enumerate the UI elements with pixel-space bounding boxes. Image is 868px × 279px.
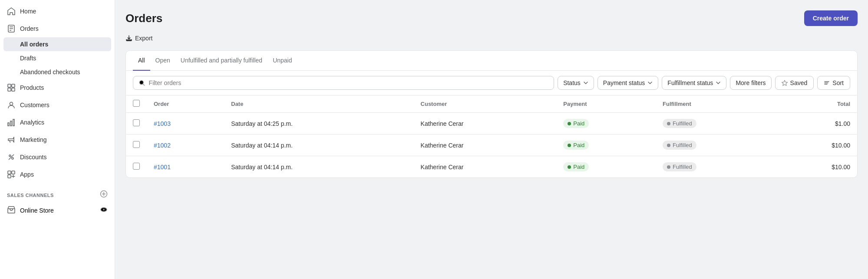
sidebar-item-analytics[interactable]: Analytics <box>0 114 115 131</box>
sort-button[interactable]: Sort <box>817 76 850 90</box>
svg-marker-26 <box>782 80 787 85</box>
search-input[interactable] <box>149 79 549 86</box>
analytics-icon <box>7 118 16 127</box>
search-container <box>133 76 554 90</box>
row-customer: Katherine Cerar <box>414 135 557 156</box>
col-order: Order <box>147 95 224 113</box>
export-button[interactable]: Export <box>125 33 152 43</box>
row-date: Saturday at 04:25 p.m. <box>224 113 413 135</box>
orders-icon <box>7 24 16 33</box>
row-customer: Katherine Cerar <box>414 156 557 178</box>
svg-rect-16 <box>12 171 15 174</box>
fulfillment-status-filter-button[interactable]: Fulfillment status <box>662 76 726 90</box>
row-fulfillment: Fulfilled <box>656 113 776 135</box>
orders-tabs: All Open Unfulfilled and partially fulfi… <box>126 51 857 71</box>
row-payment: Paid <box>556 156 656 178</box>
svg-line-25 <box>143 84 144 85</box>
chevron-down-icon-3 <box>716 80 721 85</box>
svg-rect-17 <box>8 175 11 178</box>
sidebar-item-products[interactable]: Products <box>0 79 115 96</box>
chevron-down-icon <box>583 80 588 85</box>
svg-point-13 <box>12 158 13 159</box>
col-payment: Payment <box>556 95 656 113</box>
order-link[interactable]: #1003 <box>154 120 171 127</box>
tab-all[interactable]: All <box>133 51 150 71</box>
row-total: $10.00 <box>776 156 857 178</box>
row-date: Saturday at 04:14 p.m. <box>224 156 413 178</box>
sidebar-item-marketing[interactable]: Marketing <box>0 131 115 148</box>
select-all-checkbox[interactable] <box>133 100 140 107</box>
svg-rect-11 <box>13 119 14 126</box>
sidebar-item-home-label: Home <box>20 8 36 15</box>
svg-point-8 <box>10 102 13 105</box>
row-payment: Paid <box>556 135 656 156</box>
col-total: Total <box>776 95 857 113</box>
order-link[interactable]: #1001 <box>154 164 171 171</box>
sidebar-item-customers[interactable]: Customers <box>0 96 115 114</box>
tab-unfulfilled[interactable]: Unfulfilled and partially fulfilled <box>175 51 267 71</box>
svg-point-12 <box>9 155 11 157</box>
apps-icon <box>7 170 16 179</box>
svg-rect-9 <box>8 123 9 126</box>
sidebar-item-marketing-label: Marketing <box>20 136 46 143</box>
row-customer: Katherine Cerar <box>414 113 557 135</box>
sidebar-sub-item-drafts[interactable]: Drafts <box>0 51 115 65</box>
sidebar-sub-item-all-orders[interactable]: All orders <box>3 37 111 51</box>
row-fulfillment: Fulfilled <box>656 156 776 178</box>
svg-rect-6 <box>8 88 11 91</box>
sidebar-sub-item-abandoned-checkouts[interactable]: Abandoned checkouts <box>0 65 115 79</box>
row-checkbox-cell <box>126 135 147 156</box>
col-customer: Customer <box>414 95 557 113</box>
filters-row: Status Payment status Fulfillment status… <box>126 71 857 95</box>
orders-card: All Open Unfulfilled and partially fulfi… <box>125 50 858 178</box>
eye-icon[interactable] <box>100 206 108 215</box>
sales-channels-header: SALES CHANNELS <box>0 186 115 202</box>
row-order: #1003 <box>147 113 224 135</box>
row-checkbox[interactable] <box>133 141 140 148</box>
row-fulfillment: Fulfilled <box>656 135 776 156</box>
sidebar-item-apps[interactable]: Apps <box>0 166 115 183</box>
page-title: Orders <box>125 12 162 25</box>
saved-button[interactable]: Saved <box>775 76 814 90</box>
row-checkbox[interactable] <box>133 163 140 170</box>
sidebar: Home Orders All orders Drafts Abandoned … <box>0 0 115 279</box>
saved-label: Saved <box>790 79 808 86</box>
customers-icon <box>7 101 16 109</box>
add-channel-icon[interactable] <box>100 190 108 200</box>
svg-rect-10 <box>10 121 12 126</box>
sidebar-item-apps-label: Apps <box>20 171 34 178</box>
sidebar-item-discounts[interactable]: Discounts <box>0 148 115 166</box>
select-all-th <box>126 95 147 113</box>
store-icon <box>7 205 16 215</box>
row-total: $1.00 <box>776 113 857 135</box>
svg-rect-7 <box>12 88 15 91</box>
create-order-button[interactable]: Create order <box>804 10 858 26</box>
table-row: #1002 Saturday at 04:14 p.m. Katherine C… <box>126 135 857 156</box>
sidebar-item-home[interactable]: Home <box>0 3 115 20</box>
svg-rect-5 <box>12 84 15 87</box>
status-filter-button[interactable]: Status <box>558 76 594 90</box>
row-date: Saturday at 04:14 p.m. <box>224 135 413 156</box>
sidebar-channel-online-store[interactable]: Online Store <box>0 202 115 219</box>
sidebar-item-products-label: Products <box>20 84 44 91</box>
order-link[interactable]: #1002 <box>154 142 171 149</box>
tab-open[interactable]: Open <box>150 51 175 71</box>
main-content: Orders Create order Export All Open Unfu… <box>115 0 868 279</box>
online-store-label: Online Store <box>20 207 54 214</box>
sidebar-item-customers-label: Customers <box>20 102 50 108</box>
row-payment: Paid <box>556 113 656 135</box>
home-icon <box>7 7 16 16</box>
products-icon <box>7 83 16 92</box>
sidebar-item-orders[interactable]: Orders <box>0 20 115 37</box>
status-filter-label: Status <box>563 79 581 86</box>
payment-status-filter-button[interactable]: Payment status <box>597 76 659 90</box>
export-icon <box>125 35 132 42</box>
col-date: Date <box>224 95 413 113</box>
fulfillment-status-filter-label: Fulfillment status <box>667 79 713 86</box>
svg-rect-15 <box>8 171 11 174</box>
row-checkbox[interactable] <box>133 119 140 126</box>
more-filters-button[interactable]: More filters <box>730 76 771 90</box>
tab-unpaid[interactable]: Unpaid <box>267 51 297 71</box>
svg-point-23 <box>103 209 105 210</box>
table-row: #1001 Saturday at 04:14 p.m. Katherine C… <box>126 156 857 178</box>
